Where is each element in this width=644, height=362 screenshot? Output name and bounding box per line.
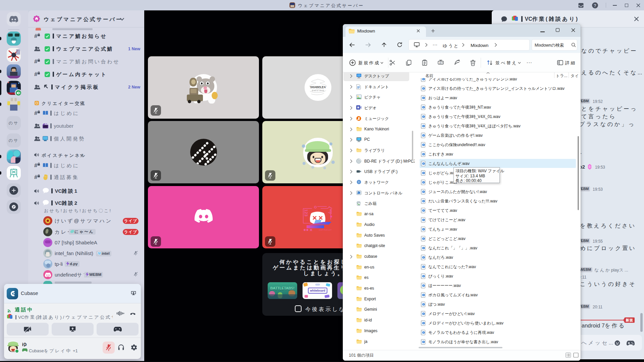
svg-text:SHABELEA: SHABELEA (310, 85, 326, 89)
svg-text:JUST FUN LOT: JUST FUN LOT (319, 229, 332, 231)
svg-text:?: ? (594, 3, 596, 8)
svg-text:A: A (439, 62, 441, 64)
svg-text:123: 123 (304, 209, 309, 217)
svg-text:BOTANICAL GARDEN: BOTANICAL GARDEN (312, 90, 324, 92)
